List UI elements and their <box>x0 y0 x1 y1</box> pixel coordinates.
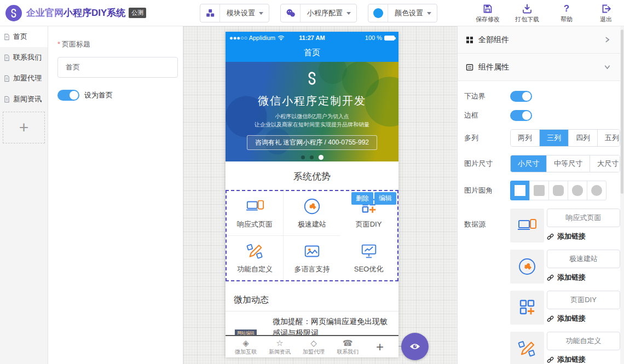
page-title-label: *页面标题 <box>57 39 177 49</box>
save-label: 保存修改 <box>476 15 500 24</box>
scrollbar-thumb[interactable] <box>621 30 623 194</box>
miniprogram-config-button[interactable]: 小程序配置 <box>280 4 357 22</box>
carousel-dot-active[interactable] <box>319 155 323 160</box>
help-label: 帮助 <box>561 15 573 24</box>
tab-news[interactable]: ☆ 新闻资讯 <box>263 338 297 356</box>
grid-item-responsive[interactable]: 响应式页面 <box>227 191 284 236</box>
image-size-small-selected[interactable]: 小尺寸 <box>511 155 546 172</box>
tab-agent[interactable]: ◇ 加盟代理 <box>297 338 331 356</box>
add-link-button[interactable]: 添加链接 <box>547 273 620 282</box>
exit-button[interactable]: 退出 <box>591 3 621 24</box>
delete-component-button[interactable]: 删除 <box>351 192 373 205</box>
tab-contact[interactable]: ☎ 联系我们 <box>331 338 365 356</box>
image-radius-options <box>510 181 606 200</box>
download-button[interactable]: 打包下载 <box>512 3 542 24</box>
columns-option-three-selected[interactable]: 三列 <box>539 130 568 146</box>
multi-language-icon <box>303 242 321 261</box>
sidebar-item-contact[interactable]: 联系我们 <box>0 47 48 68</box>
columns-option-two[interactable]: 两列 <box>511 130 539 146</box>
radius-option-4[interactable] <box>587 181 606 200</box>
component-properties-header[interactable]: 组件属性 <box>458 54 620 81</box>
columns-option-five[interactable]: 五列 <box>597 130 620 146</box>
image-radius-label: 图片圆角 <box>464 186 510 195</box>
add-link-button[interactable]: 添加链接 <box>547 232 620 241</box>
grid-item-speed[interactable]: 极速建站 <box>284 191 340 236</box>
grid-item-seo[interactable]: SEO优化 <box>340 236 397 281</box>
data-source-name-input[interactable] <box>547 250 620 268</box>
radius-option-1[interactable] <box>529 181 549 200</box>
all-components-header[interactable]: 全部组件 <box>458 26 620 54</box>
edit-component-button[interactable]: 编辑 <box>374 192 396 205</box>
link-icon <box>547 315 554 322</box>
responsive-page-icon <box>246 197 264 216</box>
add-link-button[interactable]: 添加链接 <box>547 355 620 364</box>
carousel-dot[interactable] <box>301 155 305 159</box>
data-source-item: 添加链接 <box>510 332 620 364</box>
add-page-button[interactable]: + <box>3 112 45 143</box>
phone-nav-title: 首页 <box>304 48 320 58</box>
sidebar-item-news[interactable]: 新闻资讯 <box>0 89 48 109</box>
speed-build-icon <box>303 197 321 216</box>
set-home-toggle[interactable] <box>57 90 79 101</box>
columns-option-four[interactable]: 四列 <box>568 130 597 146</box>
app-title-secondary: 小程序DIY系统 <box>63 8 125 18</box>
border-toggle[interactable] <box>510 110 532 121</box>
image-size-large[interactable]: 大尺寸 <box>590 155 620 172</box>
speed-build-icon <box>510 250 544 284</box>
grid-item-custom[interactable]: 功能自定义 <box>227 236 284 281</box>
phone-tab-bar: ◈ 微加互联 ☆ 新闻资讯 ◇ 加盟代理 ☎ 联系我们 + <box>226 335 398 357</box>
save-button[interactable]: 保存修改 <box>473 3 502 24</box>
module-settings-button[interactable]: 模块设置 <box>200 4 269 22</box>
link-icon <box>547 233 554 240</box>
app-title-primary: 企业官网 <box>26 8 63 18</box>
add-tab-button[interactable]: + <box>365 339 395 355</box>
app-logo-icon <box>5 5 22 21</box>
page-list-sidebar: 首页 联系我们 加盟代理 新闻资讯 + <box>0 26 48 364</box>
radius-option-3[interactable] <box>568 181 587 200</box>
help-button[interactable]: ? 帮助 <box>552 3 581 24</box>
radius-option-0-selected[interactable] <box>510 181 530 200</box>
image-size-segmented-control: 小尺寸 中等尺寸 大尺寸 <box>510 155 620 172</box>
design-canvas: 11:27 AM ●●●○○ Applidium 100 % 首页 微信小程序定… <box>183 26 457 364</box>
grid-item-multilang[interactable]: 多语言支持 <box>284 236 340 281</box>
data-source-name-input[interactable] <box>547 291 620 309</box>
preview-eye-button[interactable] <box>401 333 429 360</box>
radius-option-2[interactable] <box>548 181 568 200</box>
page-title-input[interactable] <box>57 57 178 78</box>
panel-scrollbar[interactable] <box>620 26 624 364</box>
sidebar-item-home[interactable]: 首页 <box>0 26 48 47</box>
hero-pill: 咨询有礼 送官网小程序 / 400-0755-992 <box>247 135 377 150</box>
top-toolbar: 企业官网小程序DIY系统 公测 模块设置 小程序配置 颜色设置 保存修改 <box>0 0 624 26</box>
link-icon <box>547 274 554 281</box>
add-link-button[interactable]: 添加链接 <box>547 314 620 323</box>
data-source-name-input[interactable] <box>547 332 620 350</box>
page-icon <box>3 75 10 82</box>
image-size-medium[interactable]: 中等尺寸 <box>546 155 590 172</box>
phone-status-bar: 11:27 AM ●●●○○ Applidium 100 % <box>226 32 398 44</box>
data-source-item: 添加链接 <box>510 209 620 242</box>
link-icon <box>547 356 554 363</box>
data-source-name-input[interactable] <box>547 209 620 227</box>
hero-banner[interactable]: 微信小程序定制开发 小程序以微信8亿用户为切入点 让企业以及商家在短时间里实现提… <box>226 62 398 161</box>
question-icon: ? <box>564 3 569 14</box>
brand: 企业官网小程序DIY系统 公测 <box>5 5 146 21</box>
carousel-dot[interactable] <box>310 155 314 159</box>
responsive-page-icon <box>510 209 544 242</box>
battery-icon <box>384 36 395 41</box>
module-settings-label: 模块设置 <box>227 8 255 18</box>
advantage-grid-selected-component[interactable]: 删除 编辑 响应式页面 极速建站 页面DIY 功能自定义 <box>226 190 398 281</box>
chevron-down-icon <box>427 12 431 15</box>
sidebar-item-label: 首页 <box>13 32 27 42</box>
sidebar-item-agent[interactable]: 加盟代理 <box>0 68 48 89</box>
data-source-label: 数据源 <box>464 219 510 229</box>
seo-icon <box>360 242 378 261</box>
chevron-down-icon <box>604 64 610 70</box>
columns-label: 多列 <box>464 133 510 143</box>
bottom-border-toggle[interactable] <box>510 91 532 102</box>
phone-nav-bar: 首页 <box>226 44 398 62</box>
color-settings-button[interactable]: 颜色设置 <box>368 4 437 22</box>
hero-title: 微信小程序定制开发 <box>226 94 398 108</box>
star-icon: ☆ <box>276 338 283 348</box>
set-home-label: 设为首页 <box>84 90 113 100</box>
tab-weijia[interactable]: ◈ 微加互联 <box>229 338 263 356</box>
